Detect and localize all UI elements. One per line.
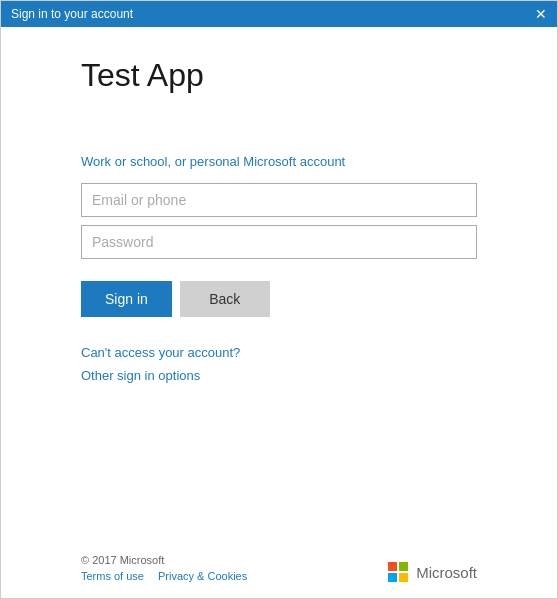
microsoft-logo: Microsoft — [388, 562, 477, 582]
subtitle-text: Work or school, or personal Microsoft ac… — [81, 154, 477, 169]
ms-green-square — [399, 562, 408, 571]
ms-red-square — [388, 562, 397, 571]
title-bar: Sign in to your account ✕ — [1, 1, 557, 27]
privacy-link[interactable]: Privacy & Cookies — [158, 570, 247, 582]
buttons-row: Sign in Back — [81, 281, 477, 317]
subtitle-highlight: Microsoft — [243, 154, 296, 169]
back-button[interactable]: Back — [180, 281, 270, 317]
ms-yellow-square — [399, 573, 408, 582]
signin-button[interactable]: Sign in — [81, 281, 172, 317]
links-section: Can't access your account? Other sign in… — [81, 345, 477, 383]
password-field[interactable] — [81, 225, 477, 259]
app-window: Sign in to your account ✕ Test App Work … — [0, 0, 558, 599]
main-content: Test App Work or school, or personal Mic… — [1, 27, 557, 540]
terms-link[interactable]: Terms of use — [81, 570, 144, 582]
app-title: Test App — [81, 57, 477, 94]
microsoft-brand-text: Microsoft — [416, 564, 477, 581]
subtitle-normal: Work or school, or personal — [81, 154, 243, 169]
title-bar-label: Sign in to your account — [11, 7, 133, 21]
copyright-text: © 2017 Microsoft — [81, 554, 247, 566]
subtitle-after: account — [296, 154, 345, 169]
other-signin-link[interactable]: Other sign in options — [81, 368, 477, 383]
ms-blue-square — [388, 573, 397, 582]
ms-grid-icon — [388, 562, 408, 582]
footer-links: Terms of use Privacy & Cookies — [81, 570, 247, 582]
close-button[interactable]: ✕ — [535, 7, 547, 21]
cant-access-link[interactable]: Can't access your account? — [81, 345, 477, 360]
footer: © 2017 Microsoft Terms of use Privacy & … — [1, 540, 557, 598]
footer-left: © 2017 Microsoft Terms of use Privacy & … — [81, 554, 247, 582]
email-field[interactable] — [81, 183, 477, 217]
